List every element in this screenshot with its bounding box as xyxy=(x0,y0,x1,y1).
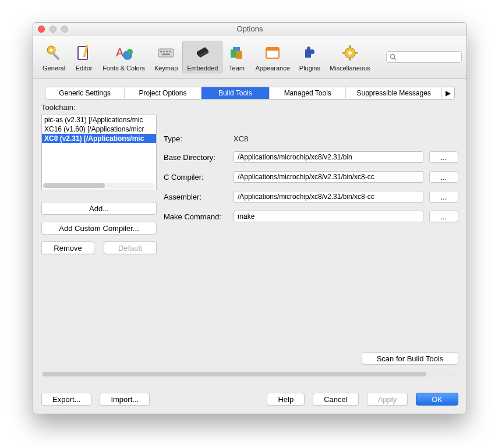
toolbar-label: Embedded xyxy=(187,65,218,72)
svg-rect-13 xyxy=(169,51,171,52)
subtabs: Generic Settings Project Options Build T… xyxy=(45,87,455,99)
list-item[interactable]: pic-as (v2.31) [/Applications/mic xyxy=(42,115,156,125)
plugin-icon xyxy=(301,44,319,62)
svg-rect-12 xyxy=(166,51,168,52)
svg-rect-9 xyxy=(158,49,174,57)
ccompiler-field[interactable] xyxy=(234,171,423,183)
svg-rect-20 xyxy=(236,51,242,59)
toolbar-team[interactable]: Team xyxy=(222,41,250,73)
panel-hscrollbar[interactable] xyxy=(41,371,458,378)
basedir-field[interactable] xyxy=(234,151,423,163)
make-browse-button[interactable]: ... xyxy=(429,211,458,222)
toolbar-items: General Editor A Fonts & Colors Keymap E… xyxy=(38,41,375,73)
toolchain-form: Type: XC8 Base Directory: ... C Compiler… xyxy=(164,134,458,230)
scroll-thumb[interactable] xyxy=(43,183,105,188)
svg-point-1 xyxy=(50,48,52,51)
content-area: Generic Settings Project Options Build T… xyxy=(33,79,466,414)
ccompiler-label: C Compiler: xyxy=(164,173,234,182)
default-button[interactable]: Default xyxy=(104,241,157,254)
basedir-browse-button[interactable]: ... xyxy=(429,151,458,163)
toolbar-appearance[interactable]: Appearance xyxy=(250,41,294,73)
category-toolbar: General Editor A Fonts & Colors Keymap E… xyxy=(33,35,466,79)
toolbar-general[interactable]: General xyxy=(38,41,70,73)
add-button[interactable]: Add... xyxy=(41,202,157,215)
toolbar-label: Team xyxy=(229,65,245,72)
team-icon xyxy=(227,44,246,62)
dialog-footer: Export... Import... Help Cancel Apply OK xyxy=(41,392,458,407)
search-input[interactable] xyxy=(399,53,458,61)
toolbar-label: Miscellaneous xyxy=(330,65,370,72)
svg-rect-22 xyxy=(266,48,279,51)
list-item[interactable]: XC16 (v1.60) [/Applications/micr xyxy=(42,125,156,134)
window-title: Options xyxy=(33,24,466,33)
toolbar-label: Fonts & Colors xyxy=(102,65,145,72)
toolbar-misc[interactable]: Miscellaneous xyxy=(325,41,375,73)
remove-button[interactable]: Remove xyxy=(41,241,94,254)
options-window: Options General Editor A Fonts & Colors … xyxy=(33,22,467,414)
svg-rect-2 xyxy=(52,53,60,61)
scan-build-tools-button[interactable]: Scan for Build Tools xyxy=(362,352,458,365)
toolbar-label: General xyxy=(43,65,65,72)
apply-button[interactable]: Apply xyxy=(367,393,408,406)
svg-rect-19 xyxy=(231,49,236,58)
search-icon xyxy=(390,54,397,61)
svg-rect-10 xyxy=(160,51,162,52)
toolbar-keymap[interactable]: Keymap xyxy=(150,41,182,73)
export-button[interactable]: Export... xyxy=(41,393,91,406)
import-button[interactable]: Import... xyxy=(100,393,150,406)
keyboard-icon xyxy=(157,44,175,62)
misc-gear-icon xyxy=(341,44,359,62)
toolbar-label: Editor xyxy=(76,65,93,72)
basedir-label: Base Directory: xyxy=(164,153,234,162)
svg-point-8 xyxy=(127,49,133,55)
toolbar-label: Appearance xyxy=(255,65,289,72)
search-box[interactable] xyxy=(386,51,462,63)
list-item[interactable]: XC8 (v2.31) [/Applications/mic xyxy=(42,134,156,143)
tab-overflow[interactable]: ▶ xyxy=(442,87,454,99)
tab-managed-tools[interactable]: Managed Tools xyxy=(270,87,346,99)
toolbar-label: Keymap xyxy=(154,65,178,72)
svg-rect-14 xyxy=(162,54,170,55)
toolbar-plugins[interactable]: Plugins xyxy=(295,41,325,73)
make-label: Make Command: xyxy=(164,212,234,221)
make-field[interactable] xyxy=(234,211,423,222)
type-value: XC8 xyxy=(234,134,458,143)
titlebar: Options xyxy=(33,23,466,35)
add-custom-compiler-button[interactable]: Add Custom Compiler... xyxy=(41,222,157,234)
tab-suppressible[interactable]: Suppressible Messages xyxy=(346,87,442,99)
book-pencil-icon xyxy=(75,44,93,62)
svg-rect-11 xyxy=(163,51,165,52)
svg-point-23 xyxy=(307,47,310,50)
toolchain-label: Toolchain: xyxy=(41,103,76,112)
chip-icon xyxy=(193,44,212,62)
assembler-browse-button[interactable]: ... xyxy=(429,191,458,202)
svg-point-25 xyxy=(348,51,352,55)
tab-build-tools[interactable]: Build Tools xyxy=(201,87,270,99)
assembler-field[interactable] xyxy=(234,191,423,202)
svg-line-31 xyxy=(394,58,396,60)
tab-generic-settings[interactable]: Generic Settings xyxy=(45,87,125,99)
window-icon xyxy=(263,44,282,62)
list-hscrollbar[interactable] xyxy=(43,183,155,189)
toolchain-buttons: Add... Add Custom Compiler... Remove Def… xyxy=(41,202,157,261)
scroll-thumb[interactable] xyxy=(43,372,426,376)
tab-project-options[interactable]: Project Options xyxy=(125,87,201,99)
svg-point-30 xyxy=(391,54,395,58)
cancel-button[interactable]: Cancel xyxy=(313,393,358,406)
svg-text:A: A xyxy=(116,46,124,59)
ccompiler-browse-button[interactable]: ... xyxy=(429,171,458,183)
help-button[interactable]: Help xyxy=(267,393,305,406)
type-label: Type: xyxy=(164,134,234,143)
toolbar-editor[interactable]: Editor xyxy=(70,41,98,73)
build-tools-panel: Toolchain: pic-as (v2.31) [/Applications… xyxy=(41,103,458,381)
fonts-colors-icon: A xyxy=(115,44,133,62)
assembler-label: Assembler: xyxy=(164,193,234,201)
gear-wrench-icon xyxy=(45,44,63,62)
toolchain-list[interactable]: pic-as (v2.31) [/Applications/mic XC16 (… xyxy=(41,115,157,190)
toolbar-label: Plugins xyxy=(299,65,320,72)
toolbar-embedded[interactable]: Embedded xyxy=(182,41,222,73)
ok-button[interactable]: OK xyxy=(416,393,458,406)
toolbar-fonts-colors[interactable]: A Fonts & Colors xyxy=(98,41,150,73)
